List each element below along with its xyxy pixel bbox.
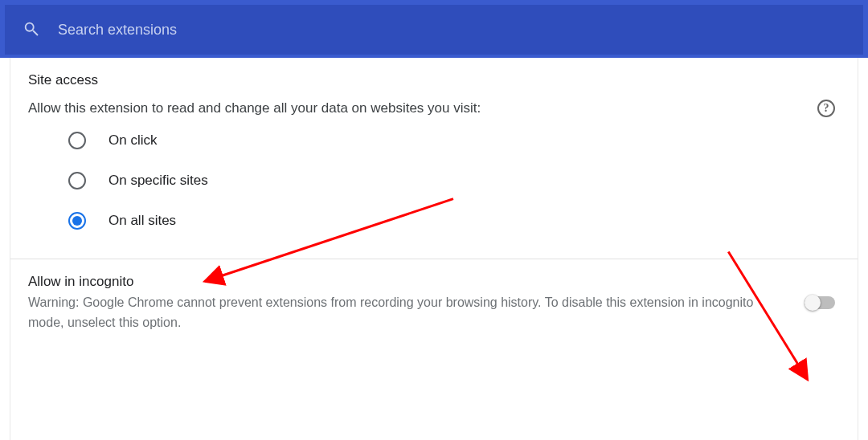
- radio-on-specific-sites[interactable]: On specific sites: [28, 161, 835, 201]
- search-bar[interactable]: [5, 5, 863, 55]
- incognito-toggle[interactable]: [805, 296, 835, 309]
- settings-card: Site access Allow this extension to read…: [10, 58, 858, 440]
- incognito-section: Allow in incognito Warning: Google Chrom…: [10, 259, 858, 351]
- radio-label: On all sites: [108, 213, 176, 229]
- help-icon[interactable]: ?: [817, 100, 835, 117]
- site-access-title: Site access: [28, 72, 835, 88]
- incognito-warning: Warning: Google Chrome cannot prevent ex…: [28, 293, 788, 333]
- radio-label: On click: [108, 132, 157, 149]
- search-icon: [23, 20, 40, 40]
- radio-icon: [68, 212, 86, 230]
- radio-icon: [68, 132, 86, 149]
- radio-on-all-sites[interactable]: On all sites: [28, 201, 835, 241]
- radio-on-click[interactable]: On click: [28, 120, 835, 161]
- site-access-description: Allow this extension to read and change …: [28, 100, 481, 116]
- radio-icon: [68, 172, 86, 189]
- search-input[interactable]: [58, 22, 845, 39]
- site-access-section: Site access Allow this extension to read…: [10, 58, 858, 259]
- radio-label: On specific sites: [108, 173, 208, 189]
- topbar: [0, 0, 868, 58]
- incognito-title: Allow in incognito: [28, 274, 788, 290]
